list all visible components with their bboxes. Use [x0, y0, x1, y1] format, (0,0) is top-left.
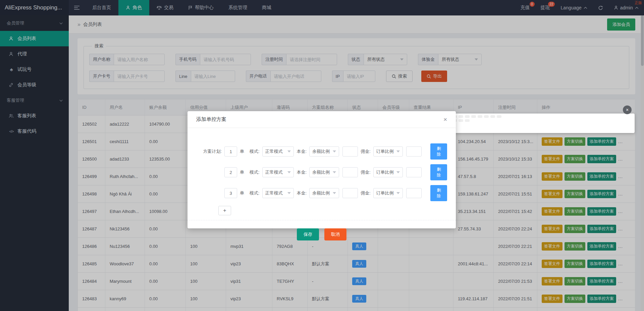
caret-down-icon	[287, 171, 291, 173]
principal-select[interactable]: 余额比例	[309, 188, 339, 198]
caret-down-icon	[396, 192, 400, 194]
caret-down-icon	[287, 150, 291, 152]
select-value: 订单比例	[376, 190, 394, 196]
panel-action-button[interactable]	[471, 115, 476, 118]
commission-label: 佣金:	[361, 169, 371, 175]
delete-plan-button[interactable]: 删除	[430, 185, 447, 201]
add-plan-modal: 添加单控方案 × 方案计划: 单 模式: 正常模式 本金: 余额比例 佣金:	[187, 111, 456, 228]
principal-label: 本金:	[297, 169, 307, 175]
plan-number-input[interactable]	[224, 146, 237, 157]
select-value: 正常模式	[265, 148, 283, 154]
plan-row: 单 模式: 正常模式 本金: 余额比例 佣金: 订单比例 删除	[196, 164, 447, 180]
mode-select[interactable]: 正常模式	[262, 167, 294, 177]
modal-header: 添加单控方案 ×	[187, 111, 456, 128]
principal-select[interactable]: 余额比例	[309, 146, 339, 157]
commission-value-input[interactable]	[406, 188, 422, 198]
commission-label: 佣金:	[361, 148, 371, 154]
panel-close-button[interactable]: ×	[623, 105, 632, 114]
select-value: 订单比例	[376, 169, 394, 175]
commission-select[interactable]: 订单比例	[373, 146, 403, 157]
select-value: 余额比例	[312, 169, 330, 175]
caret-down-icon	[333, 171, 336, 173]
cancel-button[interactable]: 取消	[324, 228, 346, 240]
modal-title: 添加单控方案	[196, 116, 226, 123]
delete-plan-button[interactable]: 删除	[430, 143, 447, 160]
plan-number-input[interactable]	[224, 188, 237, 198]
mode-label: 模式:	[250, 169, 260, 175]
caret-down-icon	[287, 192, 291, 194]
unit-label: 单	[240, 169, 244, 175]
row-action-panel: ×	[449, 114, 635, 133]
principal-label: 本金:	[297, 148, 307, 154]
mode-label: 模式:	[250, 148, 260, 154]
principal-value-input[interactable]	[342, 188, 358, 198]
principal-value-input[interactable]	[342, 167, 358, 177]
commission-label: 佣金:	[361, 190, 371, 196]
select-value: 余额比例	[312, 148, 330, 154]
plan-label: 方案计划:	[196, 148, 224, 154]
panel-action-button[interactable]	[465, 119, 470, 122]
select-value: 订单比例	[376, 148, 394, 154]
principal-select[interactable]: 余额比例	[309, 167, 339, 177]
principal-label: 本金:	[297, 190, 307, 196]
panel-action-button[interactable]	[465, 115, 470, 118]
panel-action-button[interactable]	[490, 115, 495, 118]
caret-down-icon	[396, 150, 400, 152]
plan-row: 单 模式: 正常模式 本金: 余额比例 佣金: 订单比例 删除	[196, 185, 447, 201]
modal-footer: 保存 取消	[187, 220, 456, 240]
commission-select[interactable]: 订单比例	[373, 188, 403, 198]
add-plan-button[interactable]: +	[218, 206, 231, 215]
panel-action-button[interactable]	[497, 115, 501, 118]
save-button[interactable]: 保存	[297, 228, 319, 240]
delete-plan-button[interactable]: 删除	[430, 164, 447, 180]
caret-down-icon	[333, 192, 336, 194]
unit-label: 单	[240, 148, 244, 154]
mode-select[interactable]: 正常模式	[262, 146, 294, 157]
plan-row: 方案计划: 单 模式: 正常模式 本金: 余额比例 佣金: 订单比例	[196, 143, 447, 160]
mode-label: 模式:	[250, 190, 260, 196]
commission-value-input[interactable]	[406, 146, 422, 157]
mode-select[interactable]: 正常模式	[262, 188, 294, 198]
select-value: 正常模式	[265, 190, 283, 196]
panel-action-button[interactable]	[478, 115, 482, 118]
caret-down-icon	[333, 150, 336, 152]
select-value: 余额比例	[312, 190, 330, 196]
commission-value-input[interactable]	[406, 167, 422, 177]
panel-action-button[interactable]	[459, 119, 463, 122]
close-icon: ×	[626, 107, 629, 113]
principal-value-input[interactable]	[342, 146, 358, 157]
panel-action-button[interactable]	[459, 115, 463, 118]
caret-down-icon	[396, 171, 400, 173]
commission-select[interactable]: 订单比例	[373, 167, 403, 177]
unit-label: 单	[240, 190, 244, 196]
close-icon: ×	[443, 116, 447, 123]
select-value: 正常模式	[265, 169, 283, 175]
plan-number-input[interactable]	[224, 167, 237, 177]
modal-close-button[interactable]: ×	[443, 116, 447, 123]
panel-action-button[interactable]	[484, 115, 489, 118]
